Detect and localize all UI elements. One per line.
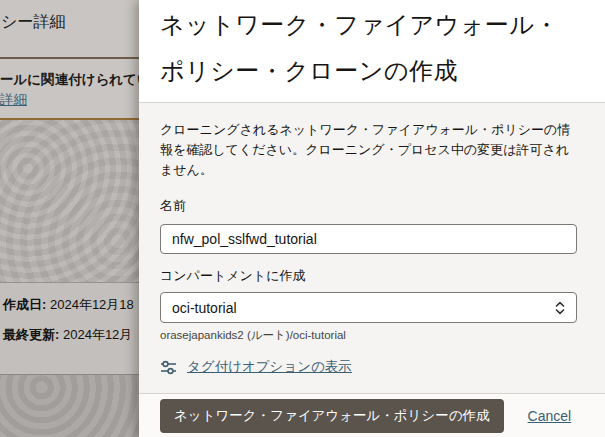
created-date-value: 2024年12月18 <box>50 297 134 312</box>
dialog-description: クローニングされるネットワーク・ファイアウォール・ポリシーの情報を確認してくださ… <box>160 120 577 180</box>
background-page-footer <box>0 375 139 437</box>
dialog-footer: ネットワーク・ファイアウォール・ポリシーの作成 Cancel <box>139 393 605 437</box>
updated-date-label: 最終更新: <box>3 327 59 342</box>
screen: シー詳細 ールに関連付けられてい 詳細 作成日: 2024年12月18 最終更新… <box>0 0 605 437</box>
created-date-row: 作成日: 2024年12月18 <box>3 296 134 314</box>
show-tag-options-link[interactable]: タグ付けオプションの表示 <box>187 358 352 376</box>
dialog-title-line1: ネットワーク・ファイアウォール・ <box>160 2 581 48</box>
background-page: シー詳細 ールに関連付けられてい 詳細 作成日: 2024年12月18 最終更新… <box>0 0 139 437</box>
sliders-icon <box>160 359 177 376</box>
dialog-header: ネットワーク・ファイアウォール・ ポリシー・クローンの作成 <box>139 0 605 103</box>
background-detail-link: 詳細 <box>0 91 27 109</box>
background-metadata-section: 作成日: 2024年12月18 最終更新: 2024年12月 <box>0 283 139 374</box>
background-section: ールに関連付けられてい 詳細 <box>0 59 139 118</box>
compartment-selected-value: oci-tutorial <box>172 300 237 316</box>
clone-policy-dialog: ネットワーク・ファイアウォール・ ポリシー・クローンの作成 クローニングされるネ… <box>139 0 605 437</box>
background-page-heading: シー詳細 <box>1 12 65 33</box>
cancel-link[interactable]: Cancel <box>528 408 572 424</box>
tag-options-row: タグ付けオプションの表示 <box>160 358 577 376</box>
updated-date-value: 2024年12月 <box>63 327 132 342</box>
created-date-label: 作成日: <box>3 297 46 312</box>
chevron-up-down-icon <box>554 300 566 316</box>
dialog-title: ネットワーク・ファイアウォール・ ポリシー・クローンの作成 <box>160 2 581 94</box>
updated-date-row: 最終更新: 2024年12月 <box>3 326 132 344</box>
dialog-title-line2: ポリシー・クローンの作成 <box>160 48 581 94</box>
compartment-select[interactable]: oci-tutorial <box>160 292 577 323</box>
create-policy-button[interactable]: ネットワーク・ファイアウォール・ポリシーの作成 <box>160 399 504 433</box>
name-input[interactable] <box>160 224 577 254</box>
compartment-field-label: コンパートメントに作成 <box>160 267 577 285</box>
background-header-section: シー詳細 <box>0 0 139 57</box>
dialog-body: クローニングされるネットワーク・ファイアウォール・ポリシーの情報を確認してくださ… <box>139 103 605 393</box>
background-content-area <box>0 120 139 282</box>
background-section-text: ールに関連付けられてい <box>0 71 139 89</box>
compartment-path-helper: orasejapankids2 (ルート)/oci-tutorial <box>160 328 577 343</box>
name-field-label: 名前 <box>160 197 577 215</box>
